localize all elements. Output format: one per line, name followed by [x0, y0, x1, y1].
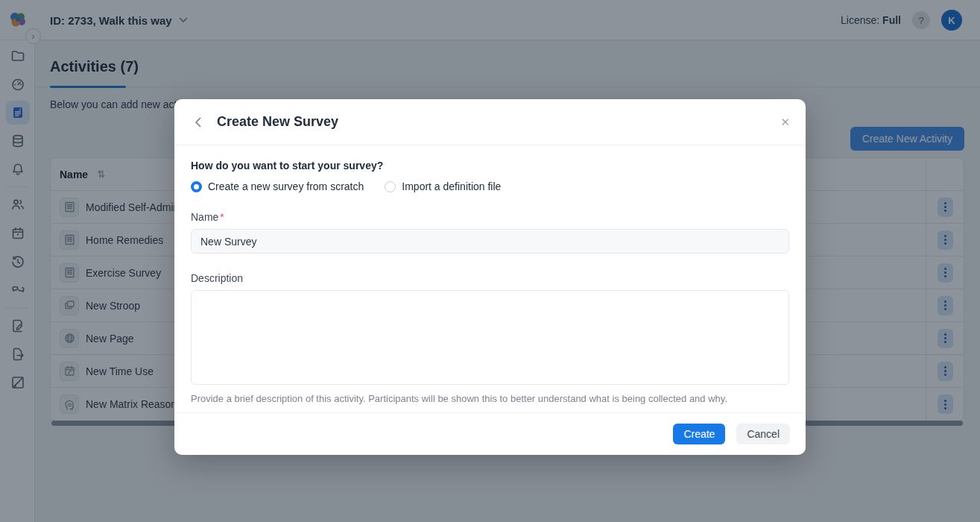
- chevron-left-icon: [195, 117, 201, 128]
- survey-start-options: Create a new survey from scratch Import …: [191, 180, 789, 192]
- radio-unselected-icon: [385, 181, 396, 192]
- create-survey-modal: Create New Survey ✕ How do you want to s…: [174, 99, 806, 455]
- description-field-label: Description: [191, 272, 789, 284]
- name-field-label: Name*: [191, 211, 789, 223]
- modal-header: Create New Survey ✕: [174, 99, 806, 145]
- survey-description-textarea[interactable]: [191, 290, 789, 385]
- modal-title: Create New Survey: [217, 114, 338, 130]
- modal-footer: Create Cancel: [174, 412, 806, 455]
- radio-create-from-scratch[interactable]: Create a new survey from scratch: [191, 180, 364, 192]
- description-helper-text: Provide a brief description of this acti…: [191, 393, 789, 404]
- cancel-button[interactable]: Cancel: [736, 424, 790, 444]
- radio-selected-icon: [191, 181, 202, 192]
- survey-start-question: How do you want to start your survey?: [191, 160, 789, 172]
- survey-name-input[interactable]: [191, 229, 789, 254]
- required-asterisk: *: [220, 211, 224, 223]
- modal-body: How do you want to start your survey? Cr…: [174, 145, 806, 404]
- close-icon[interactable]: ✕: [780, 116, 790, 128]
- radio-import-definition-file[interactable]: Import a definition file: [385, 180, 501, 192]
- create-button[interactable]: Create: [673, 424, 725, 444]
- back-button[interactable]: [190, 115, 205, 130]
